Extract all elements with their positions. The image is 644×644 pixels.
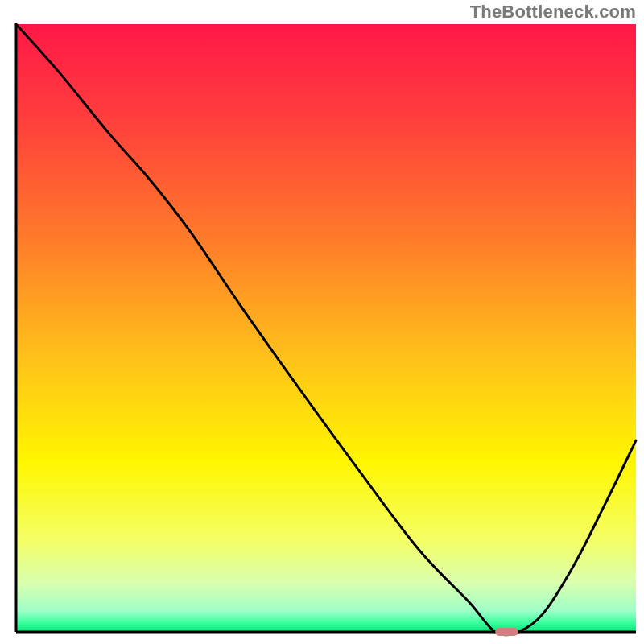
bottleneck-chart: TheBottleneck.com bbox=[0, 0, 644, 644]
gradient-background bbox=[16, 24, 636, 632]
optimal-marker bbox=[495, 628, 518, 636]
plot-svg bbox=[0, 0, 644, 644]
